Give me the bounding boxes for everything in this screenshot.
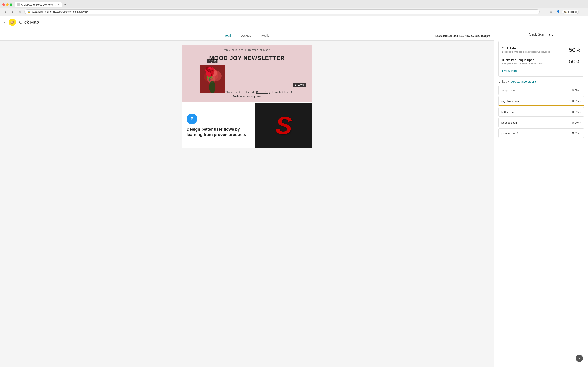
maximize-window-button[interactable]: [10, 3, 12, 6]
last-click-value: Tue., Nov. 29, 2022 1:03 pm: [458, 35, 490, 38]
tabs-bar: Total Desktop Mobile Last click recorded…: [0, 28, 494, 41]
last-click-info: Last click recorded Tue., Nov. 29, 2022 …: [435, 35, 490, 38]
link-item-twitter[interactable]: twitter.com/ 0.0% ›: [498, 107, 584, 117]
close-window-button[interactable]: [2, 3, 5, 6]
link-item-facebook[interactable]: facebook.com/ 0.0% ›: [498, 118, 584, 127]
clicks-per-unique-value: 50%: [569, 58, 580, 65]
incognito-badge: 🕵 Incognito: [562, 10, 579, 14]
email-preview: View this email in your browser MOOD JOY…: [182, 45, 312, 148]
clicks-per-unique-row: Clicks Per Unique Open 1 recipients who …: [502, 56, 580, 67]
chevron-down-icon: ▾: [535, 80, 536, 83]
svg-point-3: [211, 71, 222, 81]
links-list: google.com 0.0% › pageflows.com 100.0% ›…: [498, 86, 584, 138]
tab-mobile[interactable]: Mobile: [256, 32, 274, 40]
click-rate-row: Click Rate 1 recipients who clicked / 2 …: [502, 44, 580, 56]
link-pct-twitter: 0.0% ›: [572, 110, 581, 114]
clicks-per-unique-info: Clicks Per Unique Open 1 recipients who …: [502, 58, 543, 65]
bookmark-icon[interactable]: ☆: [548, 9, 554, 15]
link-url-facebook: facebook.com/: [501, 121, 518, 124]
clicks-per-unique-sublabel: 1 recipients who clicked / 2 unique open…: [502, 62, 543, 65]
svg-point-5: [210, 69, 217, 76]
newsletter-title: MOOD JOY NEWSLETTER: [186, 55, 308, 61]
nav-bar: ‹ › ↻ 🔒 us21.admin.mailchimp.com/reports…: [0, 8, 588, 16]
clicks-per-unique-label: Clicks Per Unique Open: [502, 58, 543, 62]
email-body-text: This is the first Mood Joy Newsletter!!!: [225, 91, 294, 94]
svg-point-2: [204, 72, 213, 81]
link-url-pinterest: pinterest.com/: [501, 132, 518, 135]
click-rate-value: 50%: [569, 47, 580, 53]
security-lock-icon: 🔒: [27, 11, 30, 13]
back-to-reports-button[interactable]: ‹: [4, 20, 5, 24]
email-image-container: 0 (0%): [200, 65, 225, 93]
link-url-twitter: twitter.com/: [501, 110, 515, 114]
tab-bar: C Click Map for Mood Joy News… ✕ +: [0, 0, 588, 8]
reload-button[interactable]: ↻: [17, 9, 23, 15]
flower-click-tooltip: 0 (0%): [207, 59, 217, 63]
link-pct-google: 0.0% ›: [572, 89, 581, 92]
links-by-label: Links by:: [498, 80, 510, 83]
flower-image: [200, 65, 225, 93]
email-pageflows-section: P Design better user flows by learning f…: [182, 103, 255, 148]
active-tab[interactable]: C Click Map for Mood Joy News… ✕: [15, 2, 62, 7]
view-in-browser-link[interactable]: View this email in your browser: [186, 49, 308, 52]
chevron-right-icon: ›: [580, 110, 581, 114]
tab-close-button[interactable]: ✕: [57, 3, 60, 6]
menu-button[interactable]: ⋮: [580, 9, 586, 15]
link-url-google: google.com: [501, 89, 515, 92]
nav-actions: ⊡ ☆ 👤 🕵 Incognito ⋮: [541, 9, 586, 15]
main-content: Total Desktop Mobile Last click recorded…: [0, 28, 588, 367]
email-top-section: View this email in your browser MOOD JOY…: [182, 45, 312, 102]
profile-icon[interactable]: 👤: [555, 9, 561, 15]
click-rate-info: Click Rate 1 recipients who clicked / 2 …: [502, 47, 550, 53]
back-button[interactable]: ‹: [2, 9, 8, 15]
new-tab-button[interactable]: +: [63, 2, 68, 8]
order-label: Appearance order: [511, 80, 534, 83]
links-header: Links by: Appearance order ▾: [498, 80, 584, 83]
click-rate-sublabel: 1 recipients who clicked / 2 successful …: [502, 50, 550, 53]
minimize-window-button[interactable]: [6, 3, 9, 6]
chevron-right-icon: ›: [580, 99, 581, 103]
link-item-pageflows[interactable]: pageflows.com 100.0% ›: [498, 96, 584, 106]
address-bar[interactable]: 🔒 us21.admin.mailchimp.com/reports/click…: [25, 9, 540, 14]
link-pct-facebook: 0.0% ›: [572, 121, 581, 124]
link-url-pageflows: pageflows.com: [501, 100, 519, 103]
pageflows-logo: P: [187, 114, 197, 124]
browser-chrome: C Click Map for Mood Joy News… ✕ + ‹ › ↻…: [0, 0, 588, 16]
last-click-prefix: Last click recorded: [435, 35, 458, 38]
tab-title: Click Map for Mood Joy News…: [21, 3, 56, 6]
incognito-label: Incognito: [568, 11, 577, 13]
cast-icon[interactable]: ⊡: [541, 9, 547, 15]
tab-favicon: C: [17, 3, 20, 6]
scrumpy-image: S: [255, 103, 312, 148]
appearance-order-dropdown[interactable]: Appearance order ▾: [511, 80, 536, 83]
chevron-down-icon: ▾: [502, 69, 503, 72]
view-more-label: View More: [504, 69, 518, 72]
tab-desktop[interactable]: Desktop: [236, 32, 256, 40]
click-rate-label: Click Rate: [502, 47, 550, 50]
view-more-button[interactable]: ▾ View More: [502, 67, 580, 73]
svg-point-6: [209, 81, 215, 93]
text-click-tooltip: 1 (100%): [293, 83, 306, 87]
welcome-text: Welcome everyone: [186, 95, 308, 98]
left-panel: Total Desktop Mobile Last click recorded…: [0, 28, 494, 367]
help-button[interactable]: ?: [576, 355, 583, 362]
app-header: ‹ 🐵 Click Map: [0, 16, 588, 28]
page-title: Click Map: [19, 20, 39, 25]
svg-point-1: [206, 69, 218, 81]
chevron-right-icon: ›: [580, 89, 581, 92]
chevron-right-icon: ›: [580, 132, 581, 135]
chevron-right-icon: ›: [580, 121, 581, 124]
link-pct-pinterest: 0.0% ›: [572, 132, 581, 135]
mood-joy-link[interactable]: Mood Joy: [256, 91, 270, 94]
link-item-pinterest[interactable]: pinterest.com/ 0.0% ›: [498, 128, 584, 138]
email-second-section: P Design better user flows by learning f…: [182, 103, 312, 148]
tab-total[interactable]: Total: [220, 32, 236, 40]
traffic-lights: [2, 3, 12, 6]
link-pct-pageflows: 100.0% ›: [569, 99, 581, 103]
mailchimp-logo: 🐵: [9, 18, 16, 26]
url-text: us21.admin.mailchimp.com/reports/clickma…: [32, 10, 89, 13]
click-summary-title: Click Summary: [498, 33, 584, 37]
forward-button[interactable]: ›: [10, 9, 16, 15]
scrumpy-letter: S: [276, 111, 292, 140]
link-item-google[interactable]: google.com 0.0% ›: [498, 86, 584, 95]
